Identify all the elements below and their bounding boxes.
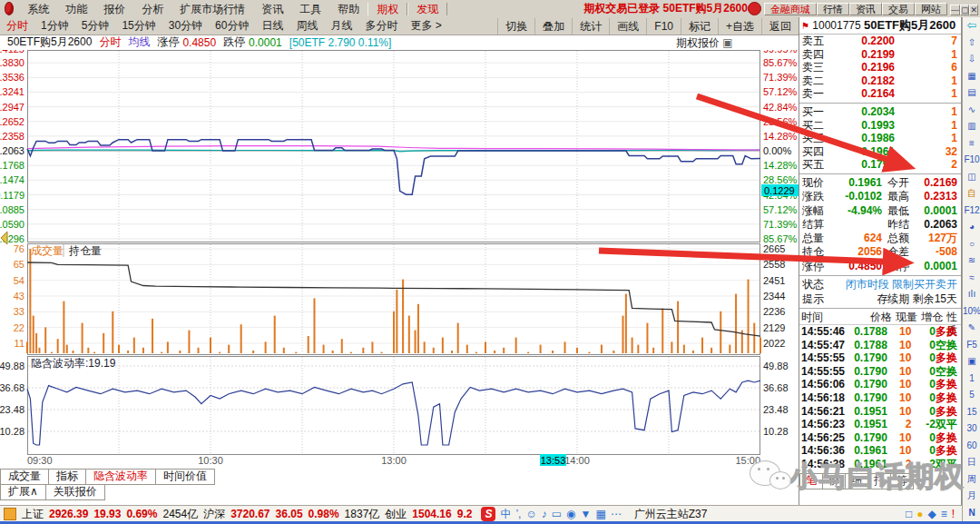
tick-row[interactable]: 14:56:360.1961100多换 — [799, 444, 961, 458]
order-book-row[interactable]: 买五0.17902 — [799, 158, 961, 172]
strip-icon-min5[interactable]: 5 — [963, 387, 980, 404]
menu-期权[interactable]: 期权 — [368, 3, 407, 15]
ime-icon[interactable]: ☺ — [525, 508, 536, 520]
strip-icon-N[interactable]: N — [963, 505, 980, 522]
top-button-网站[interactable]: 网站 — [915, 3, 947, 15]
order-book-row[interactable]: 卖四0.21991 — [799, 48, 961, 62]
mini-tab-筹[interactable]: 筹 — [891, 473, 914, 489]
action-切换[interactable]: 切换 — [497, 18, 534, 35]
menu-发现[interactable]: 发现 — [407, 3, 447, 15]
tab-时间价值[interactable]: 时间价值 — [156, 469, 215, 485]
tick-table[interactable]: 14:55:460.1788100多换14:55:470.1788100空换14… — [799, 325, 961, 471]
strip-icon-F12[interactable]: F12 — [963, 203, 980, 220]
mini-tab-笔[interactable]: 笔 — [799, 473, 823, 489]
tab-指标[interactable]: 指标 — [49, 469, 86, 485]
ime-icon[interactable]: ▦ — [595, 508, 605, 520]
menu-报价[interactable]: 报价 — [95, 3, 133, 15]
strip-icon-pct10[interactable]: 10% — [963, 303, 980, 321]
ime-icon[interactable]: ▭ — [552, 508, 562, 520]
close-button[interactable]: ✕ — [969, 5, 978, 15]
action-返回[interactable]: 返回 — [761, 18, 799, 35]
strip-icon-circle[interactable]: ○ — [963, 236, 980, 253]
strip-icon-F10[interactable]: F10 — [963, 152, 980, 169]
top-button-行情[interactable]: 行情 — [817, 3, 849, 15]
top-button-资讯[interactable]: 资讯 — [849, 3, 882, 15]
tray-icon[interactable]: □ — [906, 508, 912, 520]
tick-row[interactable]: 14:55:460.1788100多换 — [799, 325, 961, 339]
mode-label[interactable]: 分时 — [99, 35, 121, 50]
menu-功能[interactable]: 功能 — [57, 3, 95, 15]
menu-扩展市场行情[interactable]: 扩展市场行情 — [172, 3, 253, 15]
action-画线[interactable]: 画线 — [609, 18, 646, 35]
menu-资讯[interactable]: 资讯 — [253, 3, 291, 15]
ime-icon[interactable]: ⋯ — [611, 508, 622, 520]
strip-icon-bars[interactable]: ıIı — [963, 286, 980, 303]
option-quote-panel-toggle[interactable]: 期权报价 ▣ — [676, 35, 733, 51]
strip-icon-pie[interactable]: ◕ — [963, 219, 980, 236]
strip-icon-grid[interactable]: ▦ — [963, 68, 980, 85]
tick-row[interactable]: 14:56:210.1951100多换 — [799, 405, 961, 419]
strip-icon-trend[interactable]: ∿ — [963, 102, 980, 119]
ime-icon[interactable]: ♪ — [542, 508, 547, 520]
contract-header[interactable]: ⚑ 10001775 50ETF购5月2600 — [799, 17, 961, 35]
top-button-交易[interactable]: 交易 — [882, 3, 915, 15]
menu-分析[interactable]: 分析 — [133, 3, 172, 15]
strip-icon-kline[interactable]: ▥ — [963, 118, 980, 135]
action-标记[interactable]: 标记 — [681, 18, 718, 35]
strip-icon-min60[interactable]: 60 — [963, 438, 980, 455]
period-日线[interactable]: 日线 — [255, 19, 289, 32]
tick-row[interactable]: 14:56:180.1790100多换 — [799, 391, 961, 405]
strip-icon-wave2[interactable]: ≈ — [963, 270, 980, 287]
strip-icon-down[interactable]: ⇩ — [963, 51, 980, 68]
tick-row[interactable]: 14:56:060.1790100多换 — [799, 378, 961, 391]
mini-tab-托[interactable]: 托 — [868, 473, 891, 489]
tick-row[interactable]: 14:56:230.19512-2双平 — [799, 418, 961, 431]
order-book-row[interactable]: 卖五0.22007 — [799, 35, 961, 48]
strip-icon-back[interactable]: ⇦ — [963, 17, 980, 35]
tab-关联报价[interactable]: 关联报价 — [46, 484, 105, 500]
period-月线[interactable]: 月线 — [324, 19, 358, 32]
ime-icon[interactable]: ◉ — [566, 508, 575, 520]
strip-icon-list[interactable]: ≡ — [963, 135, 980, 153]
ime-sogou-icon[interactable]: S — [481, 507, 495, 521]
strip-icon-F5[interactable]: F5 — [963, 337, 980, 354]
order-book-row[interactable]: 卖二0.21821 — [799, 74, 961, 88]
strip-icon-day[interactable]: 日 — [963, 454, 980, 471]
period-更多 >[interactable]: 更多 > — [404, 19, 447, 32]
top-button-金融商城[interactable]: 金融商城 — [764, 3, 817, 15]
menu-系统[interactable]: 系统 — [19, 3, 57, 15]
tick-row[interactable]: 14:55:550.1790100空换 — [799, 365, 961, 379]
tray-icon[interactable]: ● — [916, 508, 923, 520]
order-book-row[interactable]: 卖三0.21966 — [799, 61, 961, 74]
period-5分钟[interactable]: 5分钟 — [75, 19, 116, 32]
restore-button[interactable]: ▢ — [960, 5, 970, 15]
period-30分钟[interactable]: 30分钟 — [162, 19, 209, 32]
strip-icon-wave[interactable]: ≋ — [963, 252, 980, 270]
tab-隐含波动率[interactable]: 隐含波动率 — [86, 469, 156, 485]
order-book-row[interactable]: 买四0.196132 — [799, 145, 961, 159]
period-多分时[interactable]: 多分时 — [358, 19, 404, 32]
tick-row[interactable]: 14:56:380.19612-2双平 — [799, 458, 961, 471]
period-15分钟[interactable]: 15分钟 — [115, 19, 162, 32]
strip-icon-week[interactable]: 周 — [963, 471, 980, 489]
ime-icon[interactable]: ▼ — [580, 508, 591, 520]
order-book-row[interactable]: 买一0.20341 — [799, 105, 961, 119]
tray-icon[interactable]: ◆ — [927, 508, 936, 520]
order-book[interactable]: 卖五0.22007卖四0.21991卖三0.21966卖二0.21821卖一0.… — [799, 35, 961, 172]
order-book-row[interactable]: 卖一0.21641 — [799, 87, 961, 101]
action-统计[interactable]: 统计 — [572, 18, 609, 35]
menu-帮助[interactable]: 帮助 — [329, 3, 368, 15]
tray-icon[interactable]: ≡ — [941, 508, 947, 520]
strip-icon-min1[interactable]: 1 — [963, 371, 980, 388]
ime-icon[interactable]: 中 — [500, 508, 511, 520]
mini-tab-细[interactable]: 细 — [846, 473, 868, 489]
ime-icon[interactable]: ’, — [515, 508, 521, 520]
strip-icon-copy[interactable]: ▣ — [963, 353, 980, 371]
tick-row[interactable]: 14:55:470.1788100空换 — [799, 339, 961, 352]
strip-icon-multiwin[interactable]: ◫ — [963, 169, 980, 186]
order-book-row[interactable]: 买三0.19861 — [799, 132, 961, 145]
statusbar-app-icon[interactable] — [4, 508, 16, 520]
menu-工具[interactable]: 工具 — [291, 3, 329, 15]
ma-label[interactable]: 均线 — [128, 35, 150, 50]
tick-row[interactable]: 14:55:550.1790100多换 — [799, 351, 961, 365]
